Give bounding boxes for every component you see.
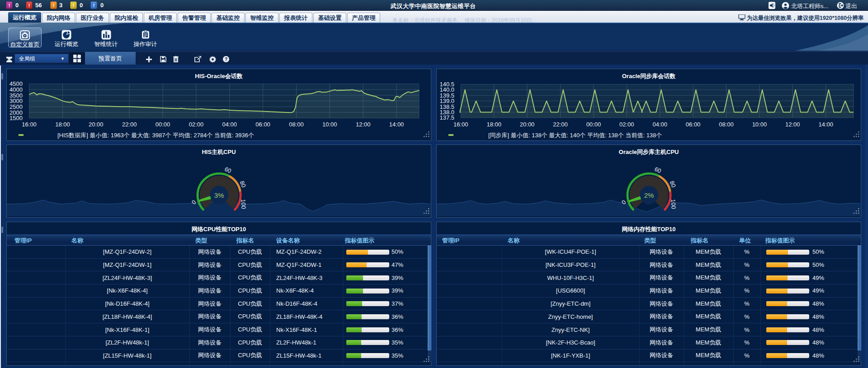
svg-text:04:00: 04:00: [652, 121, 667, 128]
svg-text:02:00: 02:00: [619, 121, 634, 128]
svg-text:20:00: 20:00: [89, 121, 104, 128]
svg-text:08:00: 08:00: [719, 121, 734, 128]
svg-text:2%: 2%: [644, 191, 654, 199]
svg-text:100: 100: [240, 199, 247, 209]
svg-text:[同步库] 最小值: 138个 最大值: 140个 平均值:: [同步库] 最小值: 138个 最大值: 140个 平均值: 138个 当前值:…: [488, 132, 662, 139]
svg-text:1500: 1500: [9, 115, 23, 121]
svg-text:18:00: 18:00: [55, 121, 70, 128]
svg-text:?: ?: [225, 56, 228, 62]
svg-text:22:00: 22:00: [553, 121, 568, 128]
svg-text:00:00: 00:00: [586, 121, 601, 128]
svg-text:3%: 3%: [214, 191, 224, 199]
svg-text:20:00: 20:00: [520, 121, 535, 128]
svg-text:14:00: 14:00: [389, 121, 404, 128]
svg-text:100: 100: [670, 199, 677, 209]
svg-text:06:00: 06:00: [255, 121, 270, 128]
svg-text:16:00: 16:00: [453, 121, 468, 128]
svg-text:16:00: 16:00: [22, 121, 37, 128]
svg-text:12:00: 12:00: [785, 121, 800, 128]
svg-text:18:00: 18:00: [486, 121, 501, 128]
svg-text:137.5: 137.5: [439, 114, 454, 121]
svg-text:10:00: 10:00: [322, 121, 337, 128]
svg-text:02:00: 02:00: [189, 121, 204, 128]
svg-text:[HIS数据库] 最小值: 1963个 最大值: 3987个: [HIS数据库] 最小值: 1963个 最大值: 3987个 平均值: 2784…: [57, 132, 254, 139]
svg-text:12:00: 12:00: [356, 121, 371, 128]
svg-text:04:00: 04:00: [222, 121, 237, 128]
svg-text:10:00: 10:00: [752, 121, 767, 128]
svg-text:00:00: 00:00: [156, 121, 170, 128]
svg-text:14:00: 14:00: [818, 121, 833, 128]
svg-text:08:00: 08:00: [289, 121, 304, 128]
svg-text:06:00: 06:00: [686, 121, 701, 128]
svg-text:60: 60: [223, 166, 232, 175]
svg-text:60: 60: [653, 166, 662, 175]
svg-text:22:00: 22:00: [122, 121, 137, 128]
